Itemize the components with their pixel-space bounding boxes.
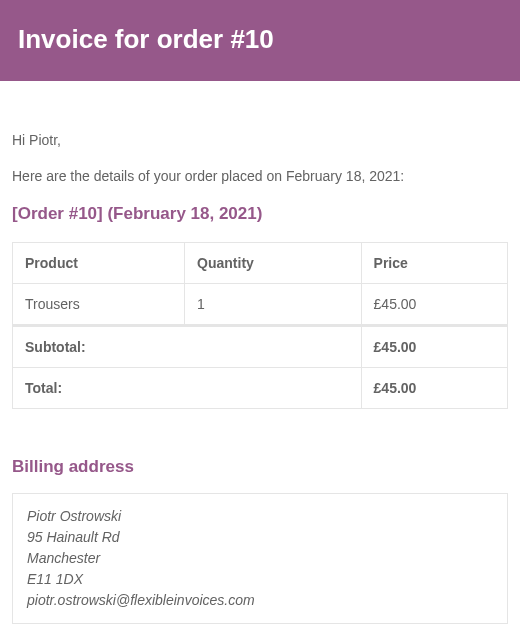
cell-price: £45.00	[361, 284, 507, 326]
col-product: Product	[13, 243, 185, 284]
billing-street: 95 Hainault Rd	[27, 529, 120, 545]
subtotal-value: £45.00	[361, 326, 507, 368]
subtotal-label: Subtotal:	[13, 326, 362, 368]
total-row: Total: £45.00	[13, 368, 508, 409]
cell-quantity: 1	[185, 284, 362, 326]
billing-email: piotr.ostrowski@flexibleinvoices.com	[27, 592, 255, 608]
greeting-text: Hi Piotr,	[12, 131, 508, 151]
email-header: Invoice for order #10	[0, 0, 520, 81]
billing-postcode: E11 1DX	[27, 571, 83, 587]
billing-address: Piotr Ostrowski 95 Hainault Rd Mancheste…	[12, 493, 508, 624]
billing-name: Piotr Ostrowski	[27, 508, 121, 524]
col-price: Price	[361, 243, 507, 284]
billing-heading: Billing address	[12, 457, 508, 477]
table-header-row: Product Quantity Price	[13, 243, 508, 284]
col-quantity: Quantity	[185, 243, 362, 284]
order-table: Product Quantity Price Trousers 1 £45.00…	[12, 242, 508, 409]
order-heading: [Order #10] (February 18, 2021)	[12, 204, 508, 224]
total-value: £45.00	[361, 368, 507, 409]
table-row: Trousers 1 £45.00	[13, 284, 508, 326]
email-body: Hi Piotr, Here are the details of your o…	[0, 81, 520, 636]
subtotal-row: Subtotal: £45.00	[13, 326, 508, 368]
intro-text: Here are the details of your order place…	[12, 167, 508, 187]
page-title: Invoice for order #10	[18, 24, 502, 55]
cell-product: Trousers	[13, 284, 185, 326]
total-label: Total:	[13, 368, 362, 409]
billing-city: Manchester	[27, 550, 100, 566]
